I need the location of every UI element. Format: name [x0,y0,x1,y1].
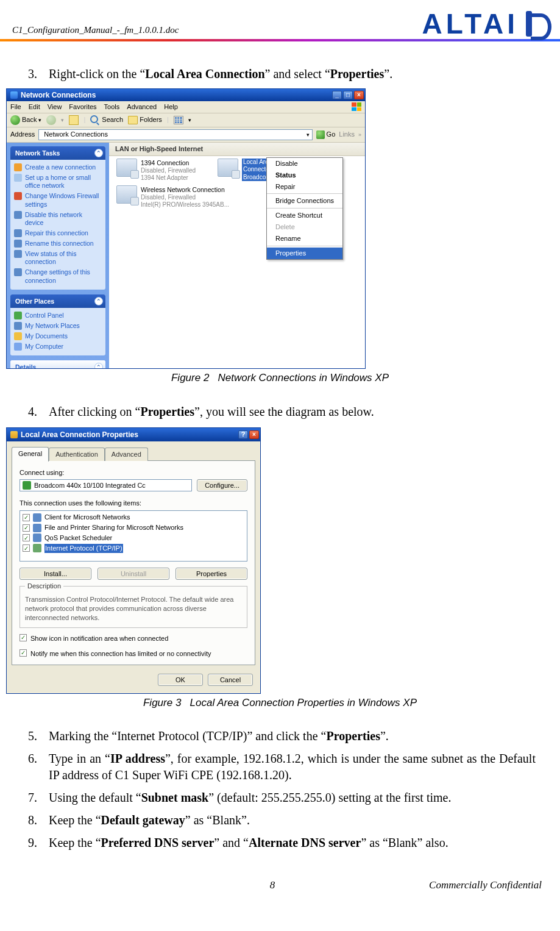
checkbox-icon[interactable]: ✓ [23,514,30,521]
components-listbox[interactable]: ✓Client for Microsoft Networks ✓File and… [19,510,247,562]
step-5: Marking the “Internet Protocol (TCP/IP)”… [49,728,536,744]
other-network-places[interactable]: My Network Places [14,321,102,331]
task-rename[interactable]: Rename this connection [14,238,102,249]
address-dropdown-icon[interactable]: ▾ [307,131,310,138]
connection-1394[interactable]: 1394 Connection Disabled, Firewalled 139… [116,159,196,181]
other-my-computer[interactable]: My Computer [14,341,102,352]
menu-help[interactable]: Help [164,102,178,112]
maximize-button[interactable]: □ [343,91,353,99]
connection-wireless[interactable]: Wireless Network Connection Disabled, Fi… [116,185,229,208]
menu-tools[interactable]: Tools [104,102,120,112]
checkbox-icon[interactable]: ✓ [19,649,27,657]
option-notify-limited[interactable]: ✓Notify me when this connection has limi… [19,649,247,658]
other-places-header[interactable]: Other Places⌃ [10,294,105,308]
task-label: Create a new connection [25,163,96,171]
forward-button[interactable] [46,115,56,125]
menu-view[interactable]: View [48,102,62,112]
ctx-shortcut[interactable]: Create Shortcut [267,210,342,221]
view-dropdown[interactable]: ▾ [188,116,191,124]
component-tcpip-selected[interactable]: ✓Internet Protocol (TCP/IP) [20,543,247,554]
component-label: Internet Protocol (TCP/IP) [44,544,123,553]
minimize-button[interactable]: _ [332,91,342,99]
menubar: File Edit View Favorites Tools Advanced … [7,101,365,113]
dialog-titlebar: Local Area Connection Properties ? × [7,428,260,441]
address-field[interactable]: Network Connections ▾ [38,129,312,140]
details-header[interactable]: Details⌃ [10,360,105,368]
go-label: Go [327,130,336,139]
s7post: ” (default: 255.255.255.0) setting at th… [208,791,451,804]
component-file-sharing[interactable]: ✓File and Printer Sharing for Microsoft … [20,523,247,533]
menu-file[interactable]: File [10,102,21,112]
close-button[interactable]: × [354,91,364,99]
view-button[interactable] [174,116,183,124]
ctx-bridge[interactable]: Bridge Connections [267,195,342,207]
task-firewall[interactable]: Change Windows Firewall settings [14,191,102,209]
adapter-name: Broadcom 440x 10/100 Integrated Cc [34,481,146,490]
close-button[interactable]: × [249,430,259,439]
component-qos[interactable]: ✓QoS Packet Scheduler [20,533,247,543]
install-button[interactable]: Install... [19,568,91,580]
collapse-icon[interactable]: ⌃ [94,297,103,305]
option-label: Notify me when this connection has limit… [30,649,211,658]
address-value: Network Connections [44,130,108,139]
tab-advanced[interactable]: Advanced [105,448,148,461]
go-button[interactable]: Go [316,130,336,139]
checkbox-icon[interactable]: ✓ [23,544,30,552]
network-connections-window: Network Connections _ □ × File Edit View… [6,88,366,369]
lan-properties-dialog: Local Area Connection Properties ? × Gen… [6,427,261,694]
other-control-panel[interactable]: Control Panel [14,310,102,321]
task-create-connection[interactable]: Create a new connection [14,162,102,173]
other-my-documents[interactable]: My Documents [14,331,102,341]
service-icon [33,524,41,532]
description-label: Description [25,582,63,591]
folders-button[interactable]: Folders [128,115,162,124]
component-client[interactable]: ✓Client for Microsoft Networks [20,512,247,523]
forward-dropdown[interactable]: ▾ [61,116,64,124]
ctx-repair[interactable]: Repair [267,181,342,193]
tab-general[interactable]: General [12,447,49,462]
task-repair[interactable]: Repair this connection [14,228,102,238]
task-view-status[interactable]: View status of this connection [14,249,102,267]
protocol-icon [33,544,41,552]
network-tasks-header[interactable]: Network Tasks⌃ [10,146,105,160]
option-show-icon[interactable]: ✓Show icon in notification area when con… [19,634,247,643]
up-button[interactable] [69,115,79,125]
ctx-rename[interactable]: Rename [267,233,342,244]
figure3-caption: Figure 3 Local Area Connection Propertie… [24,696,536,710]
task-setup-network[interactable]: Set up a home or small office network [14,173,102,191]
ctx-properties[interactable]: Properties [267,248,342,259]
cancel-button[interactable]: Cancel [208,674,253,686]
task-label: Rename this connection [25,240,94,248]
configure-button[interactable]: Configure... [197,479,247,491]
ctx-disable[interactable]: Disable [267,158,342,169]
links-label[interactable]: Links [339,130,355,139]
menu-advanced[interactable]: Advanced [127,102,157,112]
tab-authentication[interactable]: Authentication [49,448,105,461]
ctx-status[interactable]: Status [267,169,342,181]
checkbox-icon[interactable]: ✓ [19,634,27,641]
checkbox-icon[interactable]: ✓ [23,534,30,541]
search-button[interactable]: Search [90,115,123,125]
back-button[interactable]: Back ▾ [10,115,41,125]
logo-icon [520,10,548,38]
properties-button[interactable]: Properties [175,568,247,580]
collapse-icon[interactable]: ⌃ [94,149,103,157]
fig3-label: Figure 3 [143,697,181,708]
ok-button[interactable]: OK [158,674,203,686]
menu-edit[interactable]: Edit [29,102,40,112]
help-button[interactable]: ? [238,430,248,439]
s5pre: Marking the “Internet Protocol (TCP/IP)”… [49,729,326,743]
rename-icon [14,240,22,248]
toolbar: Back ▾ ▾ | Search Folders | ▾ [7,113,365,127]
task-change-settings[interactable]: Change settings of this connection [14,267,102,285]
fig2-label: Figure 2 [171,372,209,383]
connection-status: Disabled, Firewalled [141,194,229,201]
dialog-icon [10,431,18,438]
back-dropdown[interactable]: ▾ [38,116,41,124]
window-icon [10,91,18,99]
adapter-field[interactable]: Broadcom 440x 10/100 Integrated Cc [19,479,192,491]
collapse-icon[interactable]: ⌃ [94,363,103,368]
menu-favorites[interactable]: Favorites [69,102,96,112]
task-disable[interactable]: Disable this network device [14,210,102,228]
checkbox-icon[interactable]: ✓ [23,524,30,532]
